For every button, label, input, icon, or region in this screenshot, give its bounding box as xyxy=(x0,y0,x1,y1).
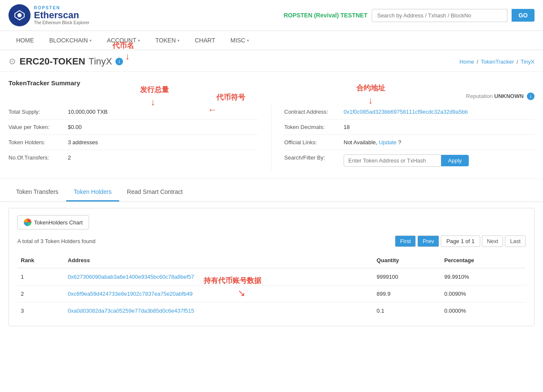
pagination: First Prev Page 1 of 1 Next Last xyxy=(395,235,526,247)
chevron-down-icon: ▾ xyxy=(138,38,140,43)
official-links-prefix: Not Available, xyxy=(344,139,379,146)
transfers-value: 2 xyxy=(68,154,71,161)
chevron-down-icon: ▾ xyxy=(90,38,92,43)
address-link[interactable]: 0xa0d03082da73ca05259e77da3b85d0c6e437f5… xyxy=(68,308,194,314)
quantity-cell: 899.9 xyxy=(373,286,441,302)
value-per-token-value: $0.00 xyxy=(68,124,82,130)
chevron-down-icon: ▾ xyxy=(247,38,249,43)
percentage-cell: 0.0000% xyxy=(441,302,526,319)
table-section: TokenHolders Chart A total of 3 Token Ho… xyxy=(8,208,535,326)
token-holders-value: 3 addresses xyxy=(68,139,98,146)
breadcrumb-sep: / xyxy=(477,59,479,65)
rank-header: Rank xyxy=(17,253,64,268)
official-links-suffix: ? xyxy=(397,139,401,146)
last-page-button[interactable]: Last xyxy=(505,235,526,247)
breadcrumb-sep2: / xyxy=(517,59,518,65)
address-cell: 0xa0d03082da73ca05259e77da3b85d0c6e437f5… xyxy=(64,302,373,319)
table-row: 1 0x627306090abab3a6e1400e9345bc60c78a8b… xyxy=(17,268,526,286)
percentage-header: Percentage xyxy=(441,253,526,268)
address-link[interactable]: 0xc6f9ea59d424733e8e1902c7837ea75e20abfb… xyxy=(68,291,193,297)
breadcrumb-current[interactable]: TinyX xyxy=(521,59,535,65)
quantity-cell: 9999100 xyxy=(373,268,441,286)
token-standard: ERC20-TOKEN xyxy=(20,56,85,67)
transfers-label: No.Of.Transfers: xyxy=(8,154,68,161)
table-header-row: Rank Address Quantity Percentage xyxy=(17,253,526,268)
table-row: 3 0xa0d03082da73ca05259e77da3b85d0c6e437… xyxy=(17,302,526,319)
search-filter-row: Search/Filter By: Apply xyxy=(284,150,535,171)
summary-left: Total Supply: 10,000,000 TXB Value per T… xyxy=(8,104,272,171)
official-links-row: Official Links: Not Available, Update ? xyxy=(284,135,535,150)
main-nav: HOME BLOCKCHAIN ▾ ACCOUNT ▾ TOKEN ▾ CHAR… xyxy=(0,31,543,50)
search-filter-label: Search/Filter By: xyxy=(284,154,344,161)
token-icon: ⚙ xyxy=(8,56,16,67)
quantity-cell: 0.1 xyxy=(373,302,441,319)
address-cell: 0xc6f9ea59d424733e8e1902c7837ea75e20abfb… xyxy=(64,286,373,302)
total-supply-label: Total Supply: xyxy=(8,109,68,115)
percentage-cell: 99.9910% xyxy=(441,268,526,286)
update-link[interactable]: Update xyxy=(379,139,397,146)
total-supply-row: Total Supply: 10,000,000 TXB xyxy=(8,104,258,120)
summary-title: TokenTracker Summary xyxy=(8,79,535,87)
next-page-button[interactable]: Next xyxy=(482,235,504,247)
brand-sub: The Ethereum Block Explorer xyxy=(34,20,90,25)
network-badge: ROPSTEN (Revival) TESTNET xyxy=(284,12,368,19)
token-name: TinyX xyxy=(89,56,112,67)
page-title-area: ⚙ ERC20-TOKEN TinyX i xyxy=(8,56,123,67)
page-header: ⚙ ERC20-TOKEN TinyX i Home / TokenTracke… xyxy=(0,50,543,72)
summary-section: TokenTracker Summary Reputation UNKNOWN … xyxy=(0,72,543,179)
apply-button[interactable]: Apply xyxy=(441,155,469,166)
rank-cell: 2 xyxy=(17,286,64,302)
nav-chart[interactable]: CHART xyxy=(187,31,223,50)
reputation-label: Reputation xyxy=(466,93,493,99)
total-holders-text: A total of 3 Token Holders found xyxy=(17,238,95,244)
breadcrumb-home[interactable]: Home xyxy=(459,59,474,65)
address-cell: 0x627306090abab3a6e1400e9345bc60c78a8bef… xyxy=(64,268,373,286)
tab-token-holders[interactable]: Token Holders xyxy=(66,183,120,202)
search-button[interactable]: GO xyxy=(512,9,535,22)
contract-address-label: Contract Address: xyxy=(284,109,344,115)
token-holders-row: Token Holders: 3 addresses xyxy=(8,135,258,150)
table-body: 1 0x627306090abab3a6e1400e9345bc60c78a8b… xyxy=(17,268,526,319)
nav-token[interactable]: TOKEN ▾ xyxy=(148,31,187,50)
logo-text: ROPSTEN Etherscan The Ethereum Block Exp… xyxy=(34,6,90,25)
nav-blockchain[interactable]: BLOCKCHAIN ▾ xyxy=(42,31,99,50)
prev-page-button[interactable]: Prev xyxy=(417,235,439,247)
total-supply-value: 10,000,000 TXB xyxy=(68,109,108,115)
contract-address-row: Contract Address: 0x1f0c085ad323bb697581… xyxy=(284,104,535,120)
token-decimals-row: Token Decimals: 18 xyxy=(284,120,535,135)
breadcrumb-tracker[interactable]: TokenTracker xyxy=(481,59,514,65)
nav-account[interactable]: ACCOUNT ▾ xyxy=(99,31,148,50)
summary-right: Contract Address: 0x1f0c085ad323bb697581… xyxy=(272,104,535,171)
logo-icon xyxy=(8,4,31,26)
totals-bar: A total of 3 Token Holders found First P… xyxy=(17,235,526,247)
svg-point-1 xyxy=(17,13,22,17)
rank-cell: 1 xyxy=(17,268,64,286)
summary-grid: Total Supply: 10,000,000 TXB Value per T… xyxy=(8,104,535,171)
reputation-value: UNKNOWN xyxy=(494,93,523,99)
quantity-header: Quantity xyxy=(373,253,441,268)
search-input[interactable] xyxy=(372,9,507,22)
tab-read-smart-contract[interactable]: Read Smart Contract xyxy=(119,183,190,202)
table-row: 2 0xc6f9ea59d424733e8e1902c7837ea75e20ab… xyxy=(17,286,526,302)
value-per-token-row: Value per Token: $0.00 xyxy=(8,120,258,135)
info-icon[interactable]: i xyxy=(115,58,123,65)
token-holders-chart-button[interactable]: TokenHolders Chart xyxy=(17,215,89,230)
token-decimals-label: Token Decimals: xyxy=(284,124,344,130)
address-link[interactable]: 0x627306090abab3a6e1400e9345bc60c78a8bef… xyxy=(68,274,194,280)
holders-table: Rank Address Quantity Percentage 1 0x627… xyxy=(17,253,526,319)
breadcrumb: Home / TokenTracker / TinyX xyxy=(459,59,535,65)
nav-home[interactable]: HOME xyxy=(8,31,42,50)
page-indicator: Page 1 of 1 xyxy=(441,235,480,247)
official-links-label: Official Links: xyxy=(284,139,344,146)
transfers-row: No.Of.Transfers: 2 xyxy=(8,150,258,165)
nav-misc[interactable]: MISC ▾ xyxy=(223,31,257,50)
tab-token-transfers[interactable]: Token Transfers xyxy=(8,183,66,202)
reputation-info-icon[interactable]: i xyxy=(527,92,535,100)
rank-cell: 3 xyxy=(17,302,64,319)
filter-input[interactable] xyxy=(344,154,441,167)
logo-area: ROPSTEN Etherscan The Ethereum Block Exp… xyxy=(8,4,90,26)
first-page-button[interactable]: First xyxy=(395,235,416,247)
brand-name: Etherscan xyxy=(34,10,90,20)
contract-address-link[interactable]: 0x1f0c085ad323bb69758111cf9ecdc32a32d9a5… xyxy=(344,109,468,115)
token-holders-label: Token Holders: xyxy=(8,139,68,146)
